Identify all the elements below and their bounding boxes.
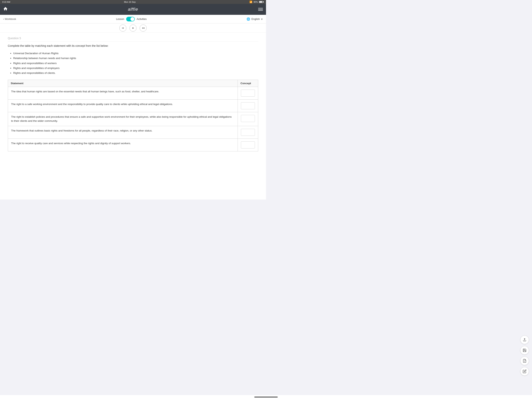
status-right: 📶 90% [249,0,264,3]
concept-input-5[interactable] [241,142,255,148]
playback-bar [0,23,266,33]
rewind-button[interactable] [119,25,126,32]
concept-cell [238,139,258,151]
concept-cell [238,100,258,112]
app-title: alffie [128,7,138,12]
toggle-knob [130,17,134,21]
statement-cell: The right to establish policies and proc… [8,112,238,126]
chevron-down-icon: ∨ [261,18,263,20]
match-table: Statement Concept The idea that human ri… [8,80,258,151]
back-chevron-icon: ‹ [3,18,4,20]
table-row: The right to a safe working environment … [8,100,258,112]
concept-cell [238,126,258,139]
lesson-label: Lesson [116,18,124,20]
statement-cell: The right to receive quality care and se… [8,139,238,151]
status-time: 8:22 AM [2,1,10,3]
concept-input-2[interactable] [241,102,255,109]
fast-forward-button[interactable] [140,25,147,32]
hamburger-menu-button[interactable] [258,8,263,11]
list-item: Rights and responsibilities of clients. [13,71,258,75]
instruction-text: Complete the table by matching each stat… [8,44,258,48]
table-row: The framework that outlines basic rights… [8,126,258,139]
statement-cell: The idea that human rights are based on … [8,87,238,100]
list-item: Relationship between human needs and hum… [13,56,258,60]
battery-icon [259,1,264,3]
concept-input-4[interactable] [241,129,255,136]
lesson-activities-toggle: Lesson Activities [116,17,147,21]
concept-cell [238,87,258,100]
language-selector[interactable]: 🌐 English ∨ [247,17,263,21]
statement-cell: The framework that outlines basic rights… [8,126,238,139]
nav-bar: alffie [0,4,266,15]
workbook-label: Workbook [5,18,16,20]
status-date: Mon 16 Sep [124,1,136,3]
status-bar: 8:22 AM Mon 16 Sep 📶 90% [0,0,266,4]
sub-nav-bar: ‹ Workbook Lesson Activities 🌐 English ∨ [0,15,266,23]
wifi-icon: 📶 [249,0,252,3]
language-label: English [251,18,260,20]
list-item: Rights and responsibilities of employers [13,66,258,70]
home-button[interactable] [3,6,8,12]
globe-icon: 🌐 [247,17,250,21]
battery-percent: 90% [253,1,258,3]
statement-header: Statement [8,80,238,87]
activities-label: Activities [137,18,147,20]
table-header-row: Statement Concept [8,80,258,87]
lesson-activities-switch[interactable] [126,17,135,21]
table-row: The idea that human rights are based on … [8,87,258,100]
statement-cell: The right to a safe working environment … [8,100,238,112]
main-content: Question 5 Complete the table by matchin… [0,33,266,200]
play-button[interactable] [129,25,137,32]
list-item: Rights and responsibilities of workers [13,61,258,65]
concept-list: Universal Declaration of Human Rights Re… [8,51,258,75]
workbook-back-button[interactable]: ‹ Workbook [3,18,16,20]
table-row: The right to establish policies and proc… [8,112,258,126]
question-label: Question 5 [8,37,258,41]
table-row: The right to receive quality care and se… [8,139,258,151]
concept-cell [238,112,258,126]
list-item: Universal Declaration of Human Rights [13,51,258,55]
concept-input-1[interactable] [241,90,255,97]
concept-header: Concept [238,80,258,87]
concept-input-3[interactable] [241,115,255,122]
